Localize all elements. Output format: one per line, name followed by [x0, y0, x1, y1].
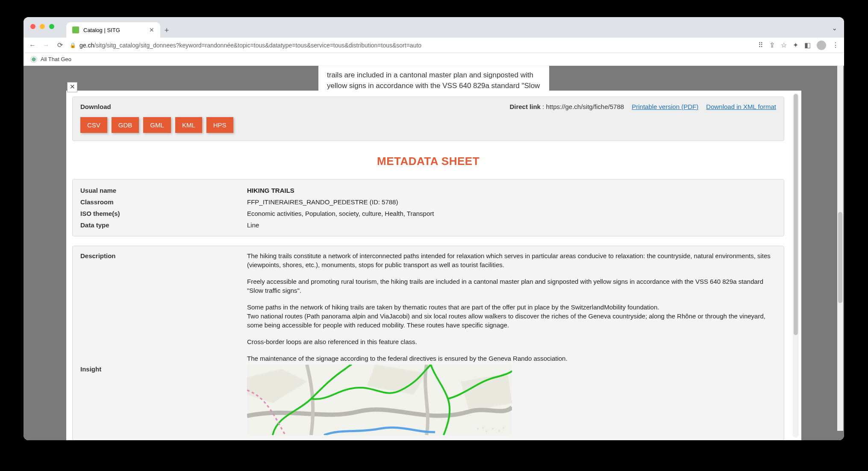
modal-scrollbar-thumb[interactable] [794, 94, 798, 335]
meta-row-iso-themes: ISO theme(s) Economic activities, Popula… [80, 208, 776, 219]
meta-row-classroom: Classroom FFP_ITINERAIRES_RANDO_PEDESTRE… [80, 196, 776, 208]
viewport-scrollbar[interactable] [837, 66, 843, 431]
url-input[interactable]: 🔒 ge.ch/sitg/sitg_catalog/sitg_donnees?k… [70, 42, 752, 49]
format-kml-button[interactable]: KML [175, 117, 202, 133]
metadata-modal: Download Direct link : https://ge.ch/sit… [66, 91, 801, 440]
download-xml-link[interactable]: Download in XML format [706, 103, 776, 110]
share-icon[interactable]: ⇪ [769, 41, 775, 49]
description-block: Description The hiking trails constitute… [72, 246, 784, 440]
tab-strip: Catalog | SITG ✕ + ⌄ [24, 17, 844, 38]
page-viewport: trails are included in a cantonal master… [24, 66, 844, 440]
url-path: /sitg/sitg_catalog/sitg_donnees?keyword=… [94, 42, 421, 49]
viewport-scrollbar-thumb[interactable] [838, 212, 842, 303]
profile-avatar[interactable] [817, 41, 826, 50]
description-label: Description [80, 251, 247, 365]
side-panel-icon[interactable]: ◧ [804, 41, 811, 49]
download-right: Direct link : https://ge.ch/sitg/fiche/5… [509, 103, 776, 110]
close-tab-button[interactable]: ✕ [149, 26, 154, 33]
format-gdb-button[interactable]: GDB [112, 117, 139, 133]
url-domain: ge.ch [79, 42, 94, 49]
metadata-summary: Usual name HIKING TRAILS Classroom FFP_I… [72, 179, 784, 236]
format-hps-button[interactable]: HPS [206, 117, 233, 133]
tab-title: Catalog | SITG [83, 27, 120, 33]
bookmark-favicon [30, 56, 37, 63]
forward-button[interactable]: → [42, 41, 50, 49]
bookmark-star-icon[interactable]: ☆ [781, 41, 787, 49]
browser-tab[interactable]: Catalog | SITG ✕ [66, 22, 160, 38]
bookmark-item[interactable]: All That Geo [41, 56, 71, 62]
svg-point-8 [498, 430, 500, 432]
window-controls [30, 24, 54, 29]
bookmarks-bar: All That Geo [24, 53, 844, 66]
new-tab-button[interactable]: + [160, 26, 173, 38]
download-label: Download [80, 103, 111, 110]
printable-pdf-link[interactable]: Printable version (PDF) [632, 103, 698, 110]
insight-label: Insight [80, 365, 247, 435]
toolbar-right: ⠿ ⇪ ☆ ✦ ◧ ⋮ [758, 41, 839, 50]
svg-point-5 [482, 427, 484, 429]
svg-point-4 [477, 428, 479, 430]
download-panel: Download Direct link : https://ge.ch/sit… [72, 97, 784, 141]
svg-point-6 [485, 430, 487, 432]
meta-row-data-type: Data type Line [80, 219, 776, 231]
svg-point-7 [492, 428, 494, 430]
kebab-menu-icon[interactable]: ⋮ [832, 41, 839, 49]
tab-list-chevron-icon[interactable]: ⌄ [832, 24, 837, 32]
meta-row-usual-name: Usual name HIKING TRAILS [80, 185, 776, 196]
tab-favicon [72, 26, 79, 33]
reload-button[interactable]: ⟳ [56, 41, 64, 49]
format-gml-button[interactable]: GML [143, 117, 171, 133]
svg-point-9 [503, 427, 504, 429]
modal-scrollbar[interactable] [793, 93, 799, 438]
back-button[interactable]: ← [29, 41, 36, 49]
sheet-title: METADATA SHEET [72, 155, 784, 168]
format-buttons: CSV GDB GML KML HPS [80, 117, 776, 133]
insight-map-preview [247, 365, 512, 435]
format-csv-button[interactable]: CSV [80, 117, 107, 133]
extensions-icon[interactable]: ✦ [793, 41, 798, 49]
lock-icon: 🔒 [70, 42, 76, 48]
direct-link-url: https://ge.ch/sitg/fiche/5788 [546, 103, 624, 110]
minimize-window-button[interactable] [40, 24, 45, 29]
close-window-button[interactable] [30, 24, 35, 29]
maximize-window-button[interactable] [49, 24, 54, 29]
browser-window: Catalog | SITG ✕ + ⌄ ← → ⟳ 🔒 ge.ch/sitg/… [24, 17, 844, 440]
address-bar: ← → ⟳ 🔒 ge.ch/sitg/sitg_catalog/sitg_don… [24, 38, 844, 53]
direct-link-label: Direct link [509, 103, 541, 110]
description-text: The hiking trails constitute a network o… [247, 251, 776, 365]
modal-close-button[interactable]: ✕ [67, 82, 77, 92]
translate-icon[interactable]: ⠿ [758, 41, 763, 49]
